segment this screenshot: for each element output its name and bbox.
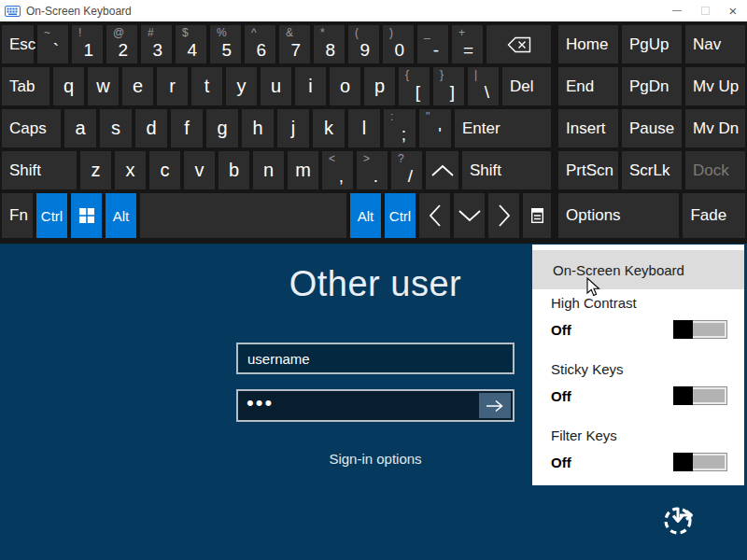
key-arrow-up[interactable]	[426, 151, 458, 189]
key-7[interactable]: &7	[279, 25, 310, 63]
key-k[interactable]: k	[313, 109, 345, 147]
key-del[interactable]: Del	[502, 67, 551, 105]
key-caps[interactable]: Caps	[2, 109, 61, 147]
key-a[interactable]: a	[64, 109, 96, 147]
key-arrow-down[interactable]	[454, 193, 485, 238]
key-\[interactable]: |\	[468, 67, 499, 105]
key-mv-up[interactable]: Mv Up	[685, 67, 745, 105]
key-/[interactable]: ?/	[391, 151, 422, 189]
key-fn[interactable]: Fn	[2, 193, 33, 238]
key-insert[interactable]: Insert	[558, 109, 618, 147]
key-,[interactable]: <,	[322, 151, 353, 189]
key-9[interactable]: (9	[348, 25, 379, 63]
key-m[interactable]: m	[288, 151, 318, 189]
key-c[interactable]: c	[149, 151, 180, 189]
key-e[interactable]: e	[122, 67, 153, 105]
key-n[interactable]: n	[253, 151, 284, 189]
key-enter[interactable]: Enter	[455, 109, 551, 147]
key-z[interactable]: z	[80, 151, 111, 189]
key-esc[interactable]: Esc	[2, 25, 34, 63]
key-j[interactable]: j	[277, 109, 309, 147]
key-windows[interactable]	[71, 193, 102, 238]
key-arrow-right[interactable]	[488, 193, 519, 238]
key-shift-right[interactable]: Shift	[462, 151, 551, 189]
submit-password-button[interactable]	[479, 393, 511, 418]
key-label: t	[204, 76, 210, 97]
key-shift-left[interactable]: Shift	[2, 151, 77, 189]
username-field[interactable]: username	[236, 343, 514, 374]
ease-of-access-button[interactable]	[656, 497, 703, 543]
key-h[interactable]: h	[242, 109, 274, 147]
key-[[interactable]: {[	[399, 67, 430, 105]
key-`[interactable]: ~`	[37, 25, 68, 63]
key-w[interactable]: w	[88, 67, 119, 105]
key-pgup[interactable]: PgUp	[622, 25, 682, 63]
key-5[interactable]: %5	[210, 25, 241, 63]
key-d[interactable]: d	[135, 109, 167, 147]
key-6[interactable]: ^6	[245, 25, 275, 63]
key-q[interactable]: q	[53, 67, 84, 105]
key-s[interactable]: s	[100, 109, 132, 147]
key-menu[interactable]	[523, 193, 551, 238]
close-button[interactable]: ×	[719, 0, 747, 21]
key-end[interactable]: End	[558, 67, 618, 105]
minimize-button[interactable]	[663, 0, 691, 21]
key-pgdn[interactable]: PgDn	[622, 67, 682, 105]
key-g[interactable]: g	[206, 109, 238, 147]
key-p[interactable]: p	[364, 67, 395, 105]
key-label: PrtScn	[566, 161, 613, 180]
signin-options-link[interactable]: Sign-in options	[189, 451, 562, 467]
key-8[interactable]: *8	[314, 25, 345, 63]
key-t[interactable]: t	[191, 67, 222, 105]
ease-of-access-flyout: On-Screen Keyboard High Contrast Off Sti…	[532, 245, 744, 485]
key-pause[interactable]: Pause	[622, 109, 682, 147]
key-l[interactable]: l	[348, 109, 380, 147]
key-4[interactable]: $4	[176, 25, 206, 63]
osk-titlebar[interactable]: On-Screen Keyboard ×	[0, 0, 747, 21]
high-contrast-toggle[interactable]	[673, 320, 727, 339]
key-ctrl-left[interactable]: Ctrl	[36, 193, 67, 238]
key--[interactable]: _-	[417, 25, 448, 63]
password-field[interactable]: •••	[236, 389, 514, 422]
key-1[interactable]: !1	[72, 25, 103, 63]
key-dock[interactable]: Dock	[685, 151, 745, 189]
key-fade[interactable]: Fade	[683, 193, 745, 238]
key-i[interactable]: i	[295, 67, 326, 105]
key-backspace[interactable]	[486, 25, 551, 63]
keyboard-row: EndPgDnMv Up	[558, 67, 745, 105]
key-tab[interactable]: Tab	[2, 67, 49, 105]
key-y[interactable]: y	[226, 67, 257, 105]
key-arrow-left[interactable]	[419, 193, 450, 238]
key-'[interactable]: "'	[419, 109, 451, 147]
key-o[interactable]: o	[330, 67, 360, 105]
key-0[interactable]: )0	[383, 25, 414, 63]
key-r[interactable]: r	[157, 67, 188, 105]
key-b[interactable]: b	[218, 151, 249, 189]
key-options[interactable]: Options	[558, 193, 679, 238]
flyout-item-on-screen-keyboard[interactable]: On-Screen Keyboard	[532, 250, 744, 289]
sticky-keys-toggle[interactable]	[673, 386, 727, 405]
key-mv-dn[interactable]: Mv Dn	[685, 109, 745, 147]
key-alt-right[interactable]: Alt	[350, 193, 381, 238]
key-label: a	[75, 118, 85, 139]
key-;[interactable]: :;	[384, 109, 416, 147]
key-home[interactable]: Home	[558, 25, 618, 63]
filter-keys-toggle[interactable]	[673, 453, 727, 471]
key-x[interactable]: x	[115, 151, 146, 189]
key-.[interactable]: >.	[357, 151, 388, 189]
key-=[interactable]: +=	[452, 25, 483, 63]
key-3[interactable]: #3	[141, 25, 172, 63]
key-scrlk[interactable]: ScrLk	[622, 151, 682, 189]
key-v[interactable]: v	[184, 151, 215, 189]
key-u[interactable]: u	[261, 67, 291, 105]
key-ctrl-right[interactable]: Ctrl	[385, 193, 416, 238]
key-space[interactable]	[140, 193, 346, 238]
key-alt-left[interactable]: Alt	[106, 193, 136, 238]
key-label: Del	[510, 77, 534, 96]
key-f[interactable]: f	[171, 109, 203, 147]
key-prtscn[interactable]: PrtScn	[558, 151, 618, 189]
key-][interactable]: }]	[433, 67, 464, 105]
key-2[interactable]: @2	[106, 25, 137, 63]
key-nav[interactable]: Nav	[685, 25, 745, 63]
keyboard-row: Capsasdfghjkl:;"'Enter	[2, 109, 551, 147]
